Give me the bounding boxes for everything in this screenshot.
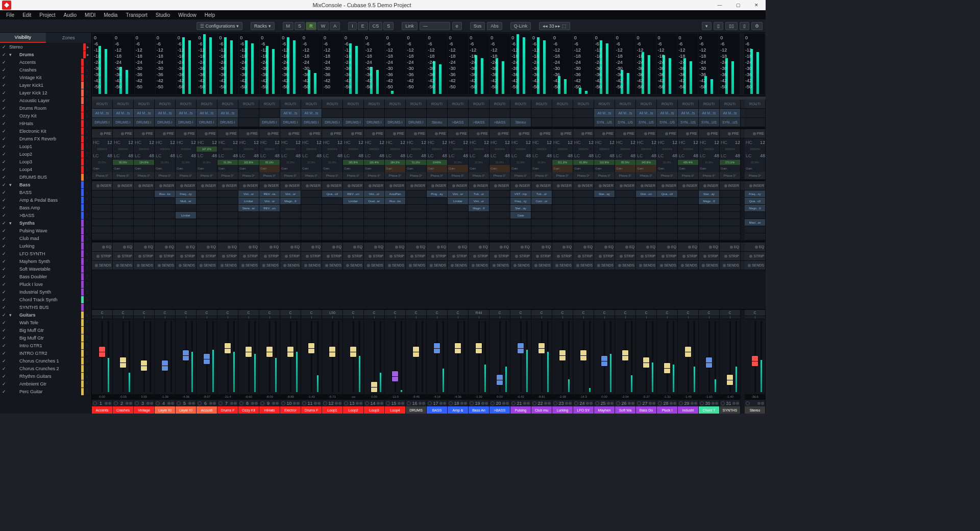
mute-button[interactable] <box>335 402 338 405</box>
lowcut-freq[interactable]: 20.0Hz <box>510 160 531 165</box>
lowcut-freq[interactable]: 126.4Hz <box>364 160 385 165</box>
gain-slot[interactable]: Gain <box>510 165 531 172</box>
insert-slot[interactable] <box>510 233 531 240</box>
track-row[interactable]: ✓Rhythm Guitars⋮ <box>0 372 91 380</box>
pre-toggle[interactable] <box>100 132 103 135</box>
phase-slot[interactable]: Phase 0° <box>573 172 594 179</box>
inserts-header[interactable]: INSER <box>238 181 259 190</box>
insert-slot[interactable] <box>364 219 385 226</box>
insert-slot[interactable] <box>322 219 343 226</box>
insert-slot[interactable] <box>636 233 657 240</box>
highcut-freq[interactable]: 20000Hz <box>594 147 615 152</box>
track-row[interactable]: ✓Pulsing Wave⋮ <box>0 227 91 234</box>
strip-header[interactable]: STRIP <box>301 252 322 260</box>
gain-slot[interactable]: Gain <box>259 165 280 172</box>
input-routing[interactable] <box>364 109 385 117</box>
eq-header[interactable]: EQ <box>636 243 657 251</box>
phase-slot[interactable]: Phase 0° <box>510 172 531 179</box>
input-routing[interactable]: All M...ts <box>176 109 197 117</box>
sends-header[interactable]: SENDS <box>427 261 448 270</box>
lowcut-freq[interactable]: 20.0Hz <box>197 160 217 165</box>
eq-header[interactable]: EQ <box>197 243 217 251</box>
fader-track[interactable] <box>699 319 719 394</box>
eq-header[interactable]: EQ <box>92 243 113 251</box>
link-icon[interactable] <box>218 401 223 405</box>
fader-cap[interactable] <box>329 346 336 357</box>
routing-header[interactable]: ROUTI <box>113 100 134 108</box>
phase-slot[interactable]: Phase 0° <box>594 172 615 179</box>
lowcut-slot[interactable]: LC48 <box>636 152 657 160</box>
insert-slot[interactable] <box>176 205 197 212</box>
strip-header[interactable]: STRIP <box>448 252 469 260</box>
gain-slot[interactable]: Gain <box>385 165 406 172</box>
fader-cap[interactable] <box>412 346 420 357</box>
insert-slot[interactable]: REV...on <box>343 190 364 198</box>
routing-header[interactable]: ROUTI <box>657 100 678 108</box>
output-routing[interactable]: DRUMS I <box>134 118 155 127</box>
insert-slot[interactable] <box>301 219 322 226</box>
pre-header[interactable]: PRE <box>385 129 406 138</box>
insert-slot[interactable] <box>678 212 699 219</box>
routing-header[interactable]: ROUTI <box>469 100 489 108</box>
insert-slot[interactable] <box>552 233 573 240</box>
insert-slot[interactable] <box>301 233 322 240</box>
toolbar-m-button[interactable]: M <box>283 22 294 30</box>
insert-slot[interactable] <box>657 226 678 233</box>
fader-track[interactable] <box>197 319 217 394</box>
pre-toggle[interactable] <box>288 132 291 135</box>
track-visible-check[interactable]: ✓ <box>2 335 7 341</box>
pre-header[interactable]: PRE <box>657 129 678 138</box>
output-routing[interactable]: DRUMS I <box>197 118 217 127</box>
pre-toggle[interactable] <box>540 132 543 135</box>
eq-header[interactable]: EQ <box>217 243 238 251</box>
highcut-slot[interactable]: HC12 <box>385 138 406 147</box>
pre-header[interactable]: PRE <box>720 129 741 138</box>
mute-button[interactable] <box>188 402 191 405</box>
lowcut-freq[interactable]: 20.0Hz <box>531 160 552 165</box>
fader-track[interactable] <box>134 319 154 394</box>
insert-slot[interactable]: Qua...v2 <box>657 190 678 198</box>
pre-header[interactable]: PRE <box>745 129 766 138</box>
menu-project[interactable]: Project <box>39 12 55 18</box>
track-visible-check[interactable]: ✓ <box>2 152 7 157</box>
insert-slot[interactable] <box>489 219 510 226</box>
insert-slot[interactable]: Vint...or <box>238 190 259 198</box>
pre-toggle[interactable] <box>560 132 564 135</box>
menu-file[interactable]: File <box>6 12 14 18</box>
link-icon[interactable] <box>637 401 641 405</box>
insert-slot[interactable] <box>531 226 552 233</box>
strip-header[interactable]: STRIP <box>678 252 699 260</box>
insert-slot[interactable]: Limiter <box>343 198 364 205</box>
sends-header[interactable]: SENDS <box>745 261 766 270</box>
pre-toggle[interactable] <box>644 132 647 135</box>
routing-header[interactable]: ROUTI <box>238 100 259 108</box>
toolbar-s-button[interactable]: S <box>383 22 394 30</box>
gain-slot[interactable]: Gain <box>113 165 134 172</box>
track-row[interactable]: ✓Layer Kick 12⋮ <box>0 89 91 96</box>
phase-slot[interactable]: Phase 0° <box>469 172 489 179</box>
highcut-slot[interactable]: HC12 <box>615 138 636 147</box>
track-row[interactable]: ✓Pluck I love⋮ <box>0 280 91 288</box>
fader-cap[interactable] <box>371 381 378 393</box>
lowcut-slot[interactable]: LC48 <box>364 152 385 160</box>
inserts-header[interactable]: INSER <box>657 181 678 190</box>
maximize-button[interactable]: ▢ <box>729 0 747 10</box>
solo-button[interactable] <box>338 402 341 405</box>
settings-button[interactable]: ⚙ <box>751 22 763 30</box>
highcut-slot[interactable]: HC12 <box>552 138 573 147</box>
pan-value[interactable]: C <box>197 310 217 316</box>
fader-cap[interactable] <box>99 346 106 357</box>
routing-header[interactable]: ROUTI <box>301 100 322 108</box>
output-routing[interactable]: SYN...US <box>657 118 678 127</box>
gain-slot[interactable]: Gain <box>364 165 385 172</box>
pan-value[interactable]: C <box>594 310 615 316</box>
fader-track[interactable] <box>678 319 698 394</box>
insert-slot[interactable] <box>343 212 364 219</box>
mute-button[interactable] <box>712 402 715 405</box>
lowcut-freq[interactable]: 20.0Hz <box>322 160 343 165</box>
insert-slot[interactable] <box>745 226 766 233</box>
fader-cap[interactable] <box>161 360 168 371</box>
channel-name[interactable]: Crashes <box>113 406 133 414</box>
output-routing[interactable]: DRUMS I <box>343 118 364 127</box>
eq-header[interactable]: EQ <box>155 243 176 251</box>
